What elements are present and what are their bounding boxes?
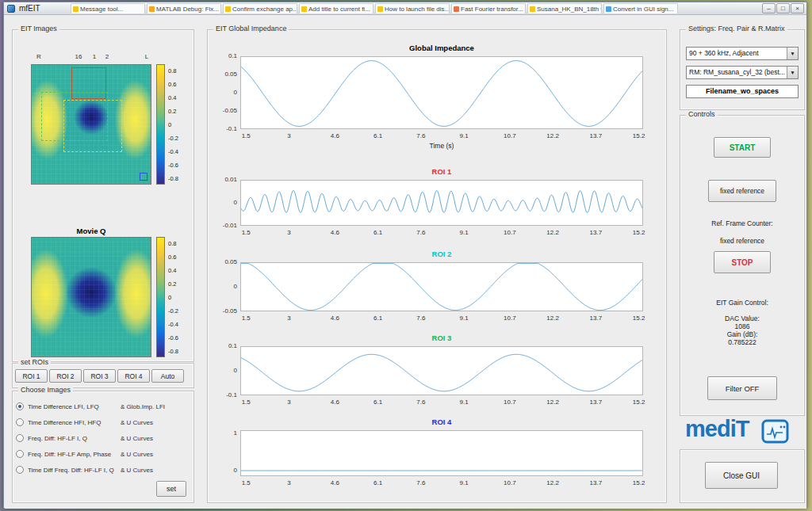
roi-4-button[interactable]: ROI 4 — [117, 369, 150, 383]
x-tick-label: 4.6 — [322, 479, 347, 486]
x-tick-label: 6.1 — [366, 399, 391, 406]
tab-icon — [530, 6, 535, 12]
app-icon — [7, 5, 15, 13]
dac-value-label: DAC Value: — [680, 315, 805, 322]
dac-value: 1086 — [680, 322, 805, 330]
tab-label: Convert in GUI sign... — [613, 6, 673, 13]
fixed-reference-button[interactable]: fixed reference — [708, 180, 776, 202]
controls-panel-label: Controls — [686, 110, 718, 118]
choose-option-label: Freq. Diff: HF-LF I, Q — [28, 435, 121, 442]
radio-option[interactable] — [16, 466, 24, 474]
background-tab[interactable]: How to launch file dis... — [375, 3, 450, 13]
y-tick-label: 0 — [202, 467, 237, 474]
x-tick-label: 6.1 — [366, 315, 391, 322]
y-tick-label: 1 — [202, 429, 237, 437]
tab-icon — [73, 6, 79, 12]
roi-2-button[interactable]: ROI 2 — [49, 369, 82, 383]
background-tab[interactable]: Convert in GUI sign... — [603, 3, 678, 13]
choose-option-label: Freq. Diff: HF-LF Amp, Phase — [28, 451, 121, 458]
choose-option-suffix: & Glob.Imp. LFI — [121, 403, 189, 410]
y-tick-label: -0.05 — [202, 107, 237, 114]
x-tick-label: 10.7 — [497, 229, 523, 236]
roi-rect-blue — [140, 173, 147, 181]
tab-label: Confirm exchange ap... — [232, 6, 297, 13]
background-tab[interactable]: Susana_HK_BN_18th vi... — [527, 3, 602, 13]
x-tick-label: 1.5 — [233, 315, 259, 322]
start-button[interactable]: START — [714, 137, 771, 158]
tab-label: MATLAB Debug: Fix... — [156, 6, 219, 13]
filter-button[interactable]: Filter OFF — [707, 376, 777, 400]
colorbar-tick: 0.8 — [168, 67, 189, 74]
x-tick-label: 9.1 — [451, 399, 477, 406]
window-minimize-button[interactable]: – — [762, 3, 776, 13]
window-maximize-button[interactable]: □ — [776, 3, 790, 13]
x-tick-label: 6.1 — [366, 479, 391, 486]
radio-option[interactable] — [16, 434, 24, 442]
background-tab[interactable]: MATLAB Debug: Fix... — [147, 3, 221, 13]
tab-label: Message tool... — [80, 6, 123, 13]
x-tick-label: 1.5 — [233, 229, 259, 236]
x-tick-label: 13.7 — [583, 399, 608, 406]
ref-frame-counter-value: fixed reference — [680, 237, 805, 245]
chevron-down-icon[interactable]: ▼ — [787, 67, 798, 78]
medit-logo-text: mediT — [685, 416, 749, 442]
background-tab[interactable]: Confirm exchange ap... — [223, 3, 297, 13]
tab-icon — [454, 6, 459, 12]
x-tick-label: 4.6 — [322, 132, 347, 139]
rmatrix-dropdown[interactable]: RM: RM_susana_cyl_32 (best... ▼ — [686, 66, 799, 79]
x-tick-label: 10.7 — [497, 315, 523, 322]
eit-image-movie-q — [31, 237, 151, 357]
background-tab[interactable]: Message tool... — [71, 3, 145, 13]
signal-trace — [241, 354, 643, 391]
y-tick-label: 0 — [202, 367, 237, 374]
settings-panel-label: Settings: Freq. Pair & R.Matrix — [686, 25, 787, 32]
filename-field[interactable]: Filename_wo_spaces — [686, 85, 799, 98]
background-tab[interactable]: Add title to current fi... — [299, 3, 373, 13]
roi-3-button[interactable]: ROI 3 — [83, 369, 116, 383]
plot-roi-3 — [240, 346, 643, 395]
x-tick-label: 12.2 — [540, 229, 565, 236]
chart-title: ROI 2 — [240, 250, 643, 258]
roi-rect-green — [41, 92, 108, 141]
choose-option-suffix: & U Curves — [121, 419, 189, 426]
background-tabs: Message tool...MATLAB Debug: Fix...Confi… — [71, 3, 678, 14]
plot-global-impedance — [240, 56, 643, 129]
close-gui-button[interactable]: Close GUI — [705, 462, 778, 489]
set-button[interactable]: set — [156, 481, 186, 497]
signal-trace — [241, 264, 643, 311]
titlebar[interactable]: mfEIT Message tool...MATLAB Debug: Fix..… — [4, 2, 806, 15]
colorbar-tick: -0.4 — [168, 321, 189, 328]
x-tick-label: 15.2 — [626, 315, 652, 322]
rmatrix-value: RM: RM_susana_cyl_32 (best... — [689, 68, 785, 76]
stop-button[interactable]: STOP — [714, 251, 771, 273]
x-tick-label: 7.6 — [408, 315, 434, 322]
x-tick-label: 4.6 — [322, 399, 347, 406]
x-tick-label: 1.5 — [233, 132, 259, 139]
x-tick-label: 3 — [276, 315, 301, 322]
choose-option-suffix: & U Curves — [121, 451, 189, 458]
roi-1-button[interactable]: ROI 1 — [15, 369, 48, 383]
x-tick-label: 6.1 — [366, 229, 391, 236]
chevron-down-icon[interactable]: ▼ — [787, 48, 798, 59]
window-close-button[interactable]: × — [791, 3, 804, 13]
y-tick-label: 0.1 — [202, 342, 237, 349]
tab-label: Susana_HK_BN_18th vi... — [537, 6, 602, 13]
radio-option[interactable] — [16, 402, 24, 410]
colorbar-bottom — [156, 237, 165, 357]
colorbar-tick: -0.6 — [168, 162, 189, 169]
window-controls: –□× — [762, 3, 804, 13]
radio-option[interactable] — [16, 418, 24, 426]
tab-label: Fast Fourier transfor... — [461, 6, 523, 13]
background-tab[interactable]: Fast Fourier transfor... — [451, 3, 526, 13]
freq-pair-dropdown[interactable]: 90 + 360 kHz, Adjacent ▼ — [686, 47, 799, 60]
x-tick-label: 15.2 — [626, 479, 652, 486]
radio-option[interactable] — [16, 450, 24, 458]
x-tick-label: 10.7 — [497, 399, 523, 406]
roi-rect-red — [71, 67, 106, 99]
auto-button[interactable]: Auto — [151, 369, 184, 383]
colorbar-top — [156, 64, 165, 185]
x-tick-label: 15.2 — [626, 132, 652, 139]
y-tick-label: 0.05 — [202, 258, 237, 265]
x-tick-label: 12.2 — [540, 479, 565, 486]
x-tick-label: 1.5 — [233, 399, 259, 406]
